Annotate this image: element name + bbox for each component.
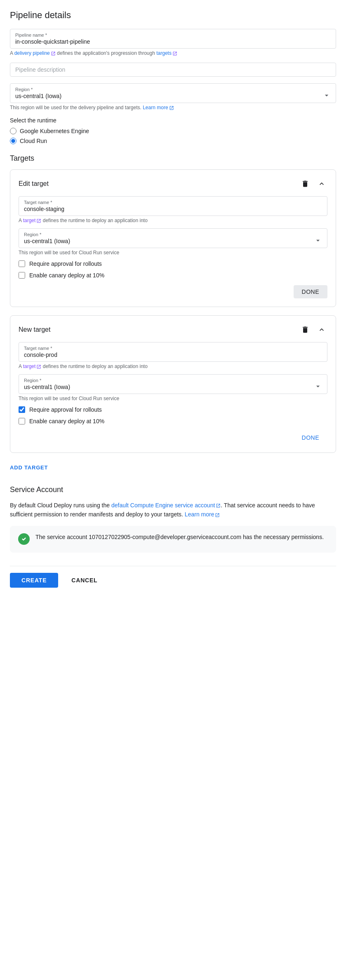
cloudrun-label: Cloud Run [20,138,47,144]
sa-learn-more-link[interactable]: Learn more [185,511,220,518]
new-target-name-helper: A target defines the runtime to deploy a… [19,363,327,369]
new-target-name-field: Target name * console-prod [19,342,327,362]
pipeline-name-helper: A delivery pipeline defines the applicat… [10,50,336,56]
bottom-actions: CREATE CANCEL [10,566,336,588]
service-account-description: By default Cloud Deploy runs using the d… [10,501,336,519]
new-target-collapse-button[interactable] [316,324,327,335]
new-canary-deploy-checkbox[interactable] [19,418,25,424]
cancel-button[interactable]: CANCEL [63,573,106,588]
new-target-canary-deploy[interactable]: Enable canary deploy at 10% [19,418,327,424]
edit-require-approval-checkbox[interactable] [19,260,25,267]
page-title: Pipeline details [10,10,336,21]
sa-status-text: The service account 1070127022905-comput… [35,532,324,542]
cloudrun-radio[interactable] [10,138,16,144]
edit-target-done-wrapper: DONE [19,285,327,298]
edit-target-region-select[interactable]: us-central1 (Iowa) [24,238,322,244]
edit-target-collapse-button[interactable] [316,178,327,190]
pipeline-name-field: Pipeline name * in-console-quickstart-pi… [10,29,336,49]
edit-target-name-input[interactable]: console-staging [24,206,322,212]
create-button[interactable]: CREATE [10,573,58,588]
new-target-region-label: Region * [24,378,322,383]
new-target-card: New target Target name * console-prod A … [10,315,336,453]
targets-section-title: Targets [10,154,336,163]
new-require-approval-checkbox[interactable] [19,406,25,413]
sa-status-box: The service account 1070127022905-comput… [10,526,336,553]
new-target-name-label: Target name * [24,346,322,351]
edit-target-name-field: Target name * console-staging [19,196,327,216]
new-target-region-helper: This region will be used for Cloud Run s… [19,396,327,401]
service-account-title: Service Account [10,485,336,494]
edit-target-header: Edit target [19,178,327,190]
new-canary-deploy-label: Enable canary deploy at 10% [29,418,104,424]
new-target-actions [299,324,327,335]
add-target-button[interactable]: ADD TARGET [10,461,48,474]
pipeline-description-field [10,63,336,77]
pipeline-name-label: Pipeline name * [15,33,331,38]
edit-target-region-helper: This region will be used for Cloud Run s… [19,250,327,256]
targets-section: Targets Edit target Target name * consol… [10,154,336,474]
pipeline-description-input[interactable] [15,66,331,73]
edit-target-name-helper: A target defines the runtime to deploy a… [19,218,327,223]
pipeline-name-input[interactable]: in-console-quickstart-pipeline [15,38,331,45]
targets-link[interactable]: targets [156,50,177,56]
runtime-section-title: Select the runtime [10,117,336,124]
edit-target-region-select-wrapper: us-central1 (Iowa) [24,238,322,244]
edit-target-delete-button[interactable] [299,178,311,190]
edit-target-region-field: Region * us-central1 (Iowa) [19,228,327,248]
new-target-done-wrapper: DONE [19,431,327,444]
edit-canary-deploy-label: Enable canary deploy at 10% [29,272,104,279]
delivery-pipeline-link[interactable]: delivery pipeline [14,50,56,56]
region-helper: This region will be used for the deliver… [10,105,336,110]
edit-require-approval-label: Require approval for rollouts [29,260,102,267]
region-select[interactable]: us-central1 (Iowa) us-east1 (South Carol… [15,93,331,99]
service-account-section: Service Account By default Cloud Deploy … [10,485,336,553]
new-target-region-select-wrapper: us-central1 (Iowa) [24,384,322,390]
edit-target-card: Edit target Target name * console-stagin… [10,169,336,307]
gke-radio[interactable] [10,128,16,134]
gke-label: Google Kubernetes Engine [20,128,89,134]
new-target-link[interactable]: target [23,363,42,369]
new-target-require-approval[interactable]: Require approval for rollouts [19,406,327,413]
new-target-delete-button[interactable] [299,324,311,335]
runtime-section: Select the runtime Google Kubernetes Eng… [10,117,336,144]
edit-target-actions [299,178,327,190]
sa-link[interactable]: default Compute Engine service account [111,502,221,509]
edit-target-link[interactable]: target [23,218,42,223]
new-target-title: New target [19,326,50,333]
edit-target-canary-deploy[interactable]: Enable canary deploy at 10% [19,272,327,279]
checkmark-icon [18,533,30,546]
cloudrun-option[interactable]: Cloud Run [10,138,336,144]
gke-option[interactable]: Google Kubernetes Engine [10,128,336,134]
edit-target-require-approval[interactable]: Require approval for rollouts [19,260,327,267]
edit-target-title: Edit target [19,180,49,188]
region-field: Region * us-central1 (Iowa) us-east1 (So… [10,83,336,103]
region-learn-more-link[interactable]: Learn more [143,105,174,110]
edit-target-region-label: Region * [24,232,322,237]
new-target-region-field: Region * us-central1 (Iowa) [19,374,327,394]
new-target-done-button[interactable]: DONE [294,431,327,444]
edit-target-name-label: Target name * [24,200,322,205]
new-require-approval-label: Require approval for rollouts [29,406,102,413]
region-select-wrapper: us-central1 (Iowa) us-east1 (South Carol… [15,93,331,99]
new-target-name-input[interactable]: console-prod [24,352,322,358]
edit-target-done-button[interactable]: DONE [294,285,327,298]
new-target-header: New target [19,324,327,335]
edit-canary-deploy-checkbox[interactable] [19,272,25,279]
new-target-region-select[interactable]: us-central1 (Iowa) [24,384,322,390]
region-label: Region * [15,87,331,92]
